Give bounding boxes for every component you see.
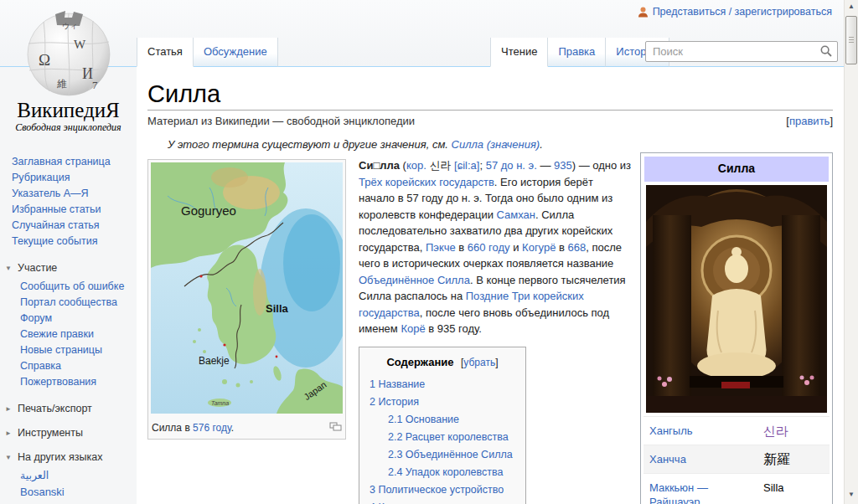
bracket: ]	[495, 357, 498, 368]
inline-link[interactable]: 935	[554, 159, 572, 172]
tab[interactable]: Правка	[548, 38, 606, 67]
sidebar-link[interactable]: Рубрикация	[12, 170, 137, 186]
section-title: Печать/экспорт	[18, 403, 92, 414]
infobox-row-value[interactable]: 신라	[760, 424, 824, 438]
participation-list: Сообщить об ошибкеПортал сообществаФорум…	[20, 279, 137, 390]
sidebar-link-label: Указатель А—Я	[12, 188, 89, 199]
infobox-row: Маккьюн — РайшауэрSilla	[644, 473, 830, 504]
section-title: Участие	[18, 262, 57, 274]
inline-link[interactable]: 57 до н. э.	[486, 159, 537, 172]
personal-bar[interactable]: Представиться / зарегистрироваться	[638, 6, 832, 18]
section-toggle[interactable]: ► Печать/экспорт	[4, 403, 137, 414]
view-tabs: ЧтениеПравкаИстория	[490, 38, 669, 67]
scroll-down-arrow[interactable]: ▼	[845, 491, 858, 498]
infobox-row-label[interactable]: Маккьюн — Райшауэр	[649, 481, 760, 504]
sidebar-link[interactable]: Указатель А—Я	[12, 186, 137, 202]
sidebar-link-label: Портал сообщества	[20, 296, 117, 308]
toc-item[interactable]: 4 Культура	[364, 499, 520, 504]
search-icon[interactable]	[820, 45, 832, 57]
tab-label: Чтение	[501, 45, 537, 58]
inline-link[interactable]: Пэкче	[426, 241, 456, 254]
map-label-tamna: Tamna	[211, 400, 229, 406]
inline-link[interactable]: 660 году	[468, 241, 510, 254]
sidebar-link[interactable]: Новые страницы	[20, 342, 137, 358]
infobox-row-label[interactable]: Хангыль	[649, 424, 760, 438]
sidebar-link[interactable]: Свежие правки	[20, 327, 137, 342]
inline-link[interactable]: Корё	[401, 322, 425, 335]
sidebar-link-label: Bosanski	[20, 486, 65, 498]
inline-link[interactable]: Объединённое Силла	[359, 274, 470, 286]
tab[interactable]: Статья	[137, 38, 194, 67]
toc-item-label: 2.3 Объединённое Силла	[388, 449, 513, 460]
inline-link[interactable]: Самхан	[497, 208, 535, 221]
section-toggle[interactable]: ▼ На других языках	[4, 451, 137, 463]
inline-link[interactable]: [ɕil:a]	[454, 159, 479, 172]
sidebar-link[interactable]: Форум	[20, 311, 137, 327]
inline-link[interactable]: кор.	[406, 159, 426, 172]
search-input[interactable]	[645, 41, 838, 62]
toc-item[interactable]: 2.1 Основание	[383, 411, 520, 429]
sidebar-link[interactable]: العربية	[20, 468, 137, 484]
edit-section: [править]	[786, 115, 833, 127]
map-image[interactable]: Goguryeo Silla Baekje Japan Tamna	[151, 162, 343, 414]
scroll-up-arrow[interactable]: ▲	[845, 3, 858, 10]
sidebar-link-label: Сообщить об ошибке	[20, 280, 124, 292]
tab[interactable]: Чтение	[490, 38, 548, 67]
toc-title: Содержание	[386, 356, 453, 368]
sidebar-link[interactable]: Сообщить об ошибке	[20, 279, 137, 295]
sidebar-link[interactable]: Случайная статья	[12, 218, 137, 234]
sidebar-link-label: Свежие правки	[20, 328, 94, 340]
inline-link[interactable]: Трёх корейских государств	[359, 176, 494, 188]
sidebar-link[interactable]: Избранные статьи	[12, 202, 137, 218]
inline-link[interactable]: 668	[568, 241, 587, 254]
edit-link[interactable]: править	[789, 115, 830, 127]
toc-item-label: 2.1 Основание	[388, 414, 459, 425]
toc-item[interactable]: 2.3 Объединённое Силла	[383, 446, 520, 464]
toc-item[interactable]: 2 История	[364, 393, 520, 411]
sidebar-link[interactable]: Заглавная страница	[12, 154, 137, 170]
tab[interactable]: Обсуждение	[194, 38, 278, 67]
sidebar-link[interactable]: Bosanski	[20, 484, 137, 500]
sidebar-link[interactable]: Справка	[20, 358, 137, 374]
language-list: العربيةBosanski	[20, 468, 137, 500]
toc-toggle-link[interactable]: убрать	[463, 357, 495, 368]
vertical-scrollbar[interactable]: ▲ ▼	[844, 0, 858, 504]
wikipedia-logo[interactable]: Ω W И 維 7 ウィ ВикипедиЯ Свободная энцикло…	[0, 3, 137, 134]
inline-link[interactable]: Силла (значения)	[452, 138, 540, 151]
sidebar-section-tools: ► Инструменты	[0, 427, 137, 439]
sidebar-link[interactable]: Текущие события	[12, 234, 137, 249]
toc-toggle[interactable]: [убрать]	[461, 357, 499, 368]
toc-item-label: 2.2 Расцвет королевства	[388, 431, 509, 443]
sidebar-link-label: Рубрикация	[12, 172, 70, 183]
text-run: ;	[479, 159, 485, 172]
table-of-contents: Содержание [убрать] 1 Название2 История2…	[359, 347, 526, 504]
section-title: На других языках	[18, 451, 103, 463]
login-link[interactable]: Представиться / зарегистрироваться	[653, 6, 832, 18]
text-run: в	[556, 241, 567, 254]
browser-viewport: Представиться / зарегистрироваться Стать…	[0, 0, 858, 504]
toc-item[interactable]: 2.4 Упадок королевства	[383, 464, 520, 481]
toc-item-label: 2.4 Упадок королевства	[388, 466, 504, 478]
toc-item[interactable]: 2.2 Расцвет королевства	[383, 429, 520, 446]
enlarge-icon[interactable]	[329, 422, 342, 431]
infobox-row-label[interactable]: Ханчча	[649, 452, 760, 466]
inline-link[interactable]: 576 году	[193, 422, 231, 434]
buddha-image[interactable]	[646, 185, 827, 413]
infobox-title: Силла	[644, 157, 829, 182]
scrollbar-thumb[interactable]	[845, 16, 857, 64]
text-run: —	[537, 159, 554, 172]
toc-item[interactable]: 3 Политическое устройство	[364, 481, 520, 499]
section-toggle[interactable]: ▼ Участие	[4, 262, 137, 274]
section-toggle[interactable]: ► Инструменты	[4, 427, 137, 439]
logo-glyph: Ω	[39, 51, 50, 69]
toc-item[interactable]: 1 Название	[364, 376, 520, 393]
sidebar-link[interactable]: Пожертвования	[20, 374, 137, 390]
inline-link[interactable]: Когурё	[522, 241, 556, 254]
infobox-row: Ханчча新羅	[644, 445, 830, 473]
tab-label: Статья	[147, 45, 183, 58]
section-title: Инструменты	[18, 427, 83, 439]
toc-item-label: 1 Название	[370, 378, 425, 390]
map-label-baekje: Baekje	[199, 355, 230, 367]
sidebar-link[interactable]: Портал сообщества	[20, 295, 137, 311]
thumb-caption: Силла в 576 году.	[152, 422, 234, 435]
